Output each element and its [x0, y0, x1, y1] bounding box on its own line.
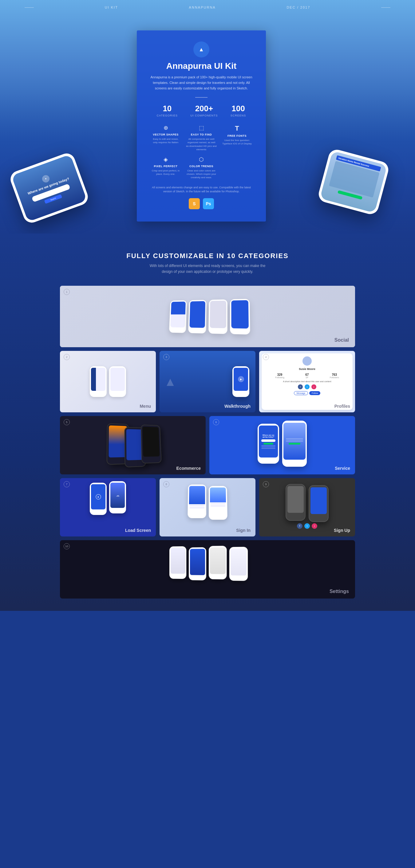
category-card-load-screen[interactable]: 7 ▲ ☁ Load Screen [60, 478, 156, 536]
signin-field-2 [211, 505, 225, 507]
signin-screen-1 [189, 486, 205, 504]
social-phone-screen-1 [170, 302, 186, 328]
category-card-settings[interactable]: 10 Settings [60, 540, 355, 598]
profile-stats: 329 Following 67 SF 763 Followers [265, 373, 350, 378]
nav-label-date: Dec / 2017 [287, 5, 310, 9]
signup-phones [259, 478, 355, 527]
service-screen-2 [284, 423, 305, 460]
profile-follow-button[interactable]: Follow [309, 391, 320, 395]
load-screen-1: ▲ [91, 484, 106, 509]
profiles-card-content: Susie Moore 329 Following 67 SF 763 Foll [262, 353, 353, 410]
load-screen-2: ☁ [110, 483, 125, 508]
nav-line-left [25, 7, 34, 8]
service-search-button [263, 443, 273, 444]
feature-title-pixel: PIXEL PERFECT [150, 165, 181, 168]
free-fonts-icon: T [221, 124, 253, 132]
signin-phones [159, 479, 256, 525]
service-screen-1: Where are we going today? [259, 426, 278, 458]
feature-desc-vector: Easy to edit and resize, only requires N… [150, 137, 181, 144]
categories-title: FULLY CUSTOMIZABLE IN 10 CATEGORIES [6, 252, 409, 260]
feature-title-fonts: FREE FONTS [221, 134, 253, 137]
vector-shapes-icon: ⊕ [150, 124, 181, 131]
card-footer-text: All screens and elements change and are … [150, 186, 253, 194]
card-divider [195, 97, 208, 98]
service-search-bar [261, 439, 276, 442]
category-card-menu[interactable]: 2 Menu [60, 351, 156, 412]
top-navigation: UI KIT Annapurna Dec / 2017 [0, 5, 415, 9]
settings-label: Settings [330, 589, 349, 594]
signin-field-1 [211, 503, 225, 505]
card-logo: ▲ [194, 41, 209, 58]
category-card-service[interactable]: 6 Where are we going today? [209, 416, 355, 474]
menu-phone-screen-2 [110, 368, 125, 391]
card-number-1: 1 [64, 289, 70, 295]
category-card-walkthrough[interactable]: 3 ▶ ▲ Walkthrough [159, 351, 256, 412]
feature-color-trends: ⬡ COLOR TRENDS Clear and color colors ar… [186, 156, 217, 180]
feature-free-fonts: T FREE FONTS Used the free question: Typ… [221, 124, 253, 151]
service-phone-1: Where are we going today? [258, 424, 279, 464]
category-card-profiles[interactable]: 4 Susie Moore 329 Following 67 SF [259, 351, 355, 412]
category-card-social[interactable]: 1 Social [60, 286, 355, 347]
signin-phone-2 [209, 486, 228, 520]
profile-stat-2: 67 SF [305, 373, 308, 378]
nav-label-uikit: UI KIT [105, 5, 118, 9]
walkthrough-phone: ▶ [232, 366, 249, 397]
ecommerce-phones-inner [101, 418, 162, 474]
settings-phones [75, 540, 355, 588]
signup-twitter-icon: t [304, 523, 310, 529]
social-phone-1 [169, 301, 187, 333]
info-card: ▲ Annapurna UI Kit Annapurna is a premiu… [137, 30, 266, 221]
social-phone-4 [230, 299, 250, 335]
profile-social-icons: f t i [265, 384, 350, 389]
stat-number-components: 200+ [190, 104, 218, 113]
signup-social-row: f t i [297, 523, 317, 529]
stat-label-components: UI COMPONENTS [190, 114, 218, 117]
signin-password-field [190, 507, 204, 509]
load-screen-label: Load Screen [125, 528, 151, 533]
profile-stat-1: 329 Following [275, 373, 284, 378]
signup-facebook-icon: f [297, 523, 302, 529]
categories-grid: 1 Social [54, 286, 361, 598]
service-phone-2 [282, 421, 307, 467]
features-grid: ⊕ VECTOR SHAPES Easy to edit and resize,… [150, 124, 253, 179]
settings-screen-4 [231, 549, 246, 576]
row-load-signin-signup: 7 ▲ ☁ Load Screen 8 [60, 478, 355, 536]
stat-screens: 100 SCREENS [231, 104, 246, 117]
menu-phone-screen-1 [91, 368, 106, 391]
social-card-inner: 1 Social [60, 286, 355, 347]
load-phones: ▲ ☁ [60, 478, 156, 520]
signup-screen-1 [288, 486, 304, 513]
sketch-badge: S [189, 198, 200, 209]
stat-components: 200+ UI COMPONENTS [190, 104, 218, 117]
settings-screen-2 [190, 549, 205, 575]
row-menu-walkthrough-profiles: 2 Menu 3 ▶ ▲ [60, 351, 355, 412]
stats-row: 10 CATEGORIES 200+ UI COMPONENTS 100 SCR… [150, 104, 253, 117]
profile-name: Susie Moore [265, 368, 350, 371]
stat-number-categories: 10 [157, 104, 178, 113]
profile-avatar [302, 356, 312, 366]
settings-phone-3 [209, 546, 227, 580]
card-description: Annapurna is a premium pack of 100+ high… [150, 75, 253, 91]
stat-label-screens: SCREENS [231, 114, 246, 117]
nav-line-right [381, 7, 390, 8]
color-trends-icon: ⬡ [186, 156, 217, 163]
card-number-3: 3 [163, 354, 169, 360]
category-card-sign-in[interactable]: 8 [159, 478, 256, 536]
feature-title-easy: EASY TO FIND [186, 133, 217, 136]
settings-phone-1 [169, 546, 186, 579]
social-label: Social [334, 337, 349, 343]
categories-section: FULLY CUSTOMIZABLE IN 10 CATEGORIES With… [0, 234, 415, 611]
sign-in-label: Sign In [236, 528, 250, 533]
category-card-ecommerce[interactable]: 5 Ecommerce [60, 416, 206, 474]
feature-desc-pixel: Crisp and pixel perfect, in place. Every… [150, 169, 181, 176]
categories-subtitle: With lots of different UI elements and r… [146, 263, 269, 275]
easy-find-icon: ⬚ [186, 124, 217, 131]
service-offers-2 [286, 440, 303, 442]
social-phones [169, 299, 250, 335]
profile-message-button[interactable]: Message [294, 391, 308, 395]
category-card-sign-up[interactable]: 9 f t i Sign Up [259, 478, 355, 536]
menu-phone-2 [109, 366, 126, 397]
settings-phone-2 [189, 547, 206, 581]
service-phone-text: Where are we going today? [260, 434, 276, 438]
row-ecommerce-service: 5 Ecommerce [60, 416, 355, 474]
